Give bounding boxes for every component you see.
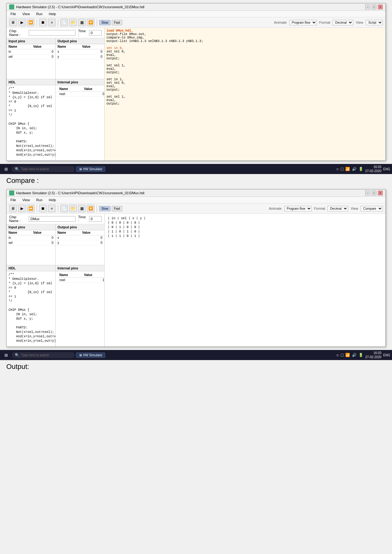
start-button2[interactable]: ⊞: [2, 352, 10, 359]
internal-pins-section: Internal pins Name Value nsel 0: [56, 79, 104, 160]
w2-input-pin-name2: sel: [7, 240, 31, 245]
tb-stop-button[interactable]: ⏹: [39, 19, 47, 26]
tb-table-button[interactable]: ▦: [78, 19, 86, 26]
w2-tb-file[interactable]: 📄: [60, 205, 68, 212]
tb-file-button[interactable]: 📄: [60, 19, 68, 26]
script-line: [106, 43, 383, 46]
table-row: nsel 0: [57, 92, 104, 97]
w2-tb-load[interactable]: 🖥: [9, 205, 17, 212]
minimize-button[interactable]: –: [365, 4, 370, 9]
w2-output-pins-header: Output pins: [56, 224, 104, 230]
tb-separator2: [58, 19, 58, 26]
w2-compare-select[interactable]: Compare: [361, 206, 383, 211]
w2-tb-stop[interactable]: ⏹: [39, 205, 47, 212]
taskbar2-audio[interactable]: 🔊: [352, 353, 357, 357]
decimal-select[interactable]: Decimal: [333, 20, 353, 25]
w2-hdl-section: HDL /** * Demultiplexor. * {x,y} = {in,0…: [7, 265, 56, 346]
w2-output-pin-value2[interactable]: 0: [80, 240, 104, 245]
w2-input-pins-table: Name Value in 0 sel 0: [7, 230, 55, 245]
w2-input-pin-value[interactable]: 0: [31, 235, 55, 240]
script-line: [106, 92, 383, 95]
w2-decimal-select[interactable]: Decimal: [328, 206, 348, 211]
maximize-button[interactable]: □: [371, 4, 377, 9]
w2-menu-file[interactable]: File: [9, 197, 17, 202]
w2-menu-help[interactable]: Help: [48, 197, 57, 202]
int-col-name: Name: [57, 87, 82, 92]
script-select[interactable]: Script: [366, 20, 383, 25]
script-content: load DMux.hdl,: [106, 29, 383, 33]
tb-arrow-button[interactable]: 🔽: [87, 19, 94, 26]
w2-input-col-value: Value: [31, 230, 55, 235]
w2-menu-view[interactable]: View: [21, 197, 31, 202]
w2-int-col-value: Value: [82, 273, 104, 278]
w2-output-pin-value[interactable]: 0: [80, 235, 104, 240]
speed-slow-button[interactable]: Slow: [99, 20, 111, 25]
time-input[interactable]: [89, 30, 102, 36]
w2-program-flow-select[interactable]: Program flow: [284, 206, 312, 211]
w2-speed-fast[interactable]: Fast: [112, 206, 122, 211]
taskbar-app1[interactable]: 🖥 HW Simulator: [76, 166, 105, 172]
w2-maximize-button[interactable]: □: [371, 190, 377, 196]
tb-folder-button[interactable]: 📁: [69, 19, 77, 26]
script-line: set sel 1,: [106, 64, 383, 67]
speed-fast-button[interactable]: Fast: [112, 20, 122, 25]
w2-hdl-body[interactable]: /** * Demultiplexor. * {x,y} = {in,0} if…: [7, 271, 55, 346]
chip-name-input[interactable]: [29, 30, 75, 36]
script-line: output;: [106, 71, 383, 74]
program-flow-select[interactable]: Program flow: [289, 20, 317, 25]
taskbar2-wifi[interactable]: 📶: [345, 353, 350, 357]
output-pin-name: y: [56, 54, 80, 59]
w2-minimize-button[interactable]: –: [365, 190, 370, 196]
input-pin-value[interactable]: 0: [31, 54, 55, 59]
w2-input-pin-value2[interactable]: 0: [31, 240, 55, 245]
start-button[interactable]: ⊞: [2, 166, 10, 173]
w2-int-pin-name: nsel: [57, 278, 82, 283]
w2-speed-slow[interactable]: Slow: [99, 206, 111, 211]
search-input[interactable]: [21, 167, 69, 171]
tb-forward-button[interactable]: ⏩: [27, 19, 34, 26]
output-pin-value[interactable]: 0: [80, 54, 104, 59]
menu-file[interactable]: File: [9, 11, 17, 16]
w2-close-button[interactable]: ×: [378, 190, 383, 196]
window1-icon: [9, 4, 14, 9]
w2-hdl-internal-area: HDL /** * Demultiplexor. * {x,y} = {in,0…: [7, 265, 104, 346]
hdl-body[interactable]: /** * Demultiplexor. * {x,y} = {in,0} if…: [7, 85, 55, 160]
menu-help[interactable]: Help: [48, 11, 57, 16]
tb-load-button[interactable]: 🖥: [9, 19, 17, 26]
search-input2[interactable]: [21, 353, 69, 357]
w2-int-pin-value[interactable]: 1: [82, 278, 104, 283]
compare-row-1: | 0 | 1 | 0 | 0 |: [108, 225, 382, 230]
script-panel1[interactable]: load DMux.hdl, output-file DMux.out, com…: [105, 28, 385, 160]
window2-titlebar: Hardware Simulator (2.5) - C:\Users\HP\D…: [7, 190, 385, 197]
w2-time-input[interactable]: [89, 216, 102, 222]
compare-row-2: | 1 | 0 | 1 | 0 |: [108, 230, 382, 234]
tb-play-button[interactable]: ▶: [18, 19, 26, 26]
w2-chip-name-input[interactable]: [29, 216, 75, 222]
w2-tb-folder[interactable]: 📁: [69, 205, 77, 212]
w2-tb-table[interactable]: ▦: [78, 205, 86, 212]
w2-chip-name-row: Chip Name : Time :: [7, 214, 104, 224]
internal-pins-table: Name Value nsel 0: [57, 87, 104, 97]
close-button[interactable]: ×: [378, 4, 383, 9]
menu-run[interactable]: Run: [35, 11, 44, 16]
script-line: compare-to DMux.cmp,: [106, 36, 383, 39]
w2-menu-run[interactable]: Run: [35, 197, 44, 202]
script-line: output;: [106, 57, 383, 60]
int-pin-value[interactable]: 0: [82, 92, 104, 97]
tb-rewind-button[interactable]: «: [48, 19, 56, 26]
taskbar-audio[interactable]: 🔊: [352, 167, 357, 171]
menu-view[interactable]: View: [21, 11, 31, 16]
w2-tb-play[interactable]: ▶: [18, 205, 26, 212]
w2-chip-name-label: Chip Name :: [9, 215, 26, 223]
output-pin-value[interactable]: 0: [80, 49, 104, 54]
script-line: eval,: [106, 53, 383, 57]
input-pin-value[interactable]: 0: [31, 49, 55, 54]
output-pins-table: Name Value x 0 y 0: [56, 44, 104, 59]
w2-tb-rewind[interactable]: «: [48, 205, 56, 212]
taskbar2-lang: ENG: [383, 353, 390, 357]
w2-tb-arrow[interactable]: 🔽: [87, 205, 94, 212]
taskbar-wifi[interactable]: 📶: [345, 167, 350, 171]
taskbar2-app[interactable]: 🖥 HW Simulator: [76, 352, 105, 358]
w2-input-pins-section: Input pins Name Value in 0: [7, 224, 56, 265]
w2-tb-forward[interactable]: ⏩: [27, 205, 34, 212]
